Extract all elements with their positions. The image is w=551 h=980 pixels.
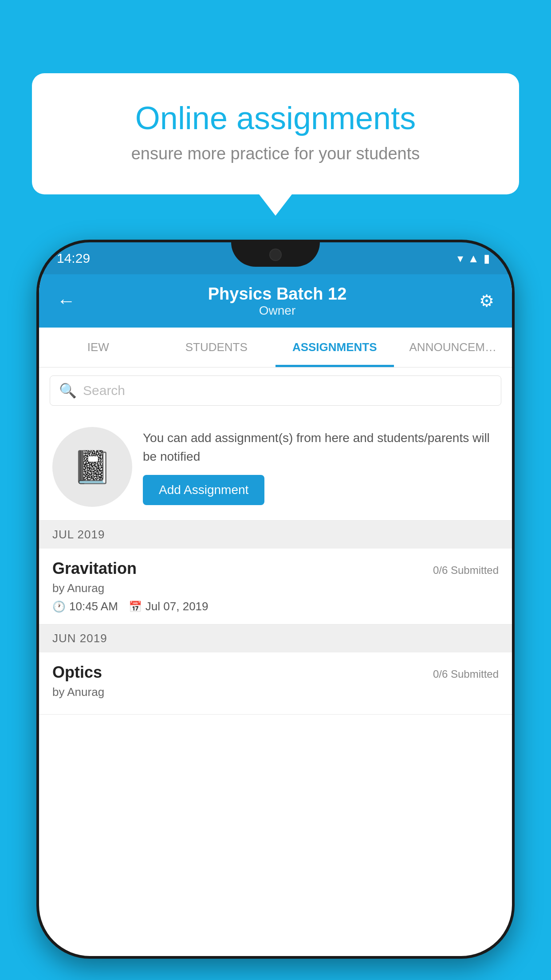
tab-assignments[interactable]: ASSIGNMENTS: [276, 328, 394, 367]
search-icon: 🔍: [59, 382, 77, 399]
promo-description: You can add assignment(s) from here and …: [143, 429, 499, 466]
status-time: 14:29: [57, 251, 90, 266]
speech-bubble-subtitle: ensure more practice for your students: [63, 144, 488, 163]
speech-bubble-container: Online assignments ensure more practice …: [32, 73, 519, 194]
wifi-icon: ▾: [457, 252, 463, 265]
assignment-title-gravitation: Gravitation: [52, 559, 137, 578]
tabs-bar: IEW STUDENTS ASSIGNMENTS ANNOUNCEM…: [39, 328, 512, 368]
tab-students[interactable]: STUDENTS: [157, 328, 276, 367]
assignment-time-gravitation: 🕐 10:45 AM: [52, 600, 118, 613]
back-button[interactable]: ←: [57, 290, 75, 312]
phone-inner: 14:29 ▾ ▲ ▮ ← Physics Batch 12 Owner ⚙: [39, 242, 512, 956]
app-header: ← Physics Batch 12 Owner ⚙: [39, 274, 512, 328]
assignment-top-row: Gravitation 0/6 Submitted: [52, 559, 499, 578]
tab-announcements[interactable]: ANNOUNCEM…: [394, 328, 512, 367]
assignment-top-row-optics: Optics 0/6 Submitted: [52, 663, 499, 682]
status-icons: ▾ ▲ ▮: [457, 252, 490, 265]
speech-bubble-title: Online assignments: [63, 100, 488, 136]
assignment-meta-gravitation: 🕐 10:45 AM 📅 Jul 07, 2019: [52, 600, 499, 613]
signal-icon: ▲: [468, 252, 479, 265]
header-subtitle: Owner: [208, 304, 347, 318]
promo-content: You can add assignment(s) from here and …: [143, 429, 499, 505]
assignment-item-optics[interactable]: Optics 0/6 Submitted by Anurag: [39, 652, 512, 715]
promo-icon-circle: 📓: [52, 427, 132, 507]
search-bar[interactable]: 🔍 Search: [50, 375, 501, 406]
add-assignment-button[interactable]: Add Assignment: [143, 475, 264, 505]
notebook-icon: 📓: [72, 448, 112, 486]
assignment-item-gravitation[interactable]: Gravitation 0/6 Submitted by Anurag 🕐 10…: [39, 549, 512, 624]
assignment-by-gravitation: by Anurag: [52, 581, 499, 595]
header-title-group: Physics Batch 12 Owner: [208, 285, 347, 318]
clock-icon: 🕐: [52, 601, 66, 613]
assignment-submitted-gravitation: 0/6 Submitted: [433, 564, 499, 577]
phone-frame: 14:29 ▾ ▲ ▮ ← Physics Batch 12 Owner ⚙: [36, 240, 515, 959]
search-container: 🔍 Search: [39, 368, 512, 414]
month-header-jul: JUL 2019: [39, 521, 512, 549]
assignment-by-optics: by Anurag: [52, 685, 499, 699]
phone-notch: [231, 242, 320, 267]
promo-section: 📓 You can add assignment(s) from here an…: [39, 414, 512, 521]
search-input[interactable]: Search: [83, 383, 125, 398]
camera: [269, 249, 282, 261]
header-title: Physics Batch 12: [208, 285, 347, 304]
calendar-icon: 📅: [129, 601, 142, 613]
assignment-submitted-optics: 0/6 Submitted: [433, 668, 499, 680]
assignment-title-optics: Optics: [52, 663, 102, 682]
battery-icon: ▮: [484, 252, 490, 265]
settings-button[interactable]: ⚙: [479, 291, 494, 311]
assignment-date-gravitation: 📅 Jul 07, 2019: [129, 600, 209, 613]
app-content: ← Physics Batch 12 Owner ⚙ IEW STUDENTS …: [39, 274, 512, 956]
speech-bubble: Online assignments ensure more practice …: [32, 73, 519, 194]
month-header-jun: JUN 2019: [39, 624, 512, 652]
tab-iew[interactable]: IEW: [39, 328, 157, 367]
